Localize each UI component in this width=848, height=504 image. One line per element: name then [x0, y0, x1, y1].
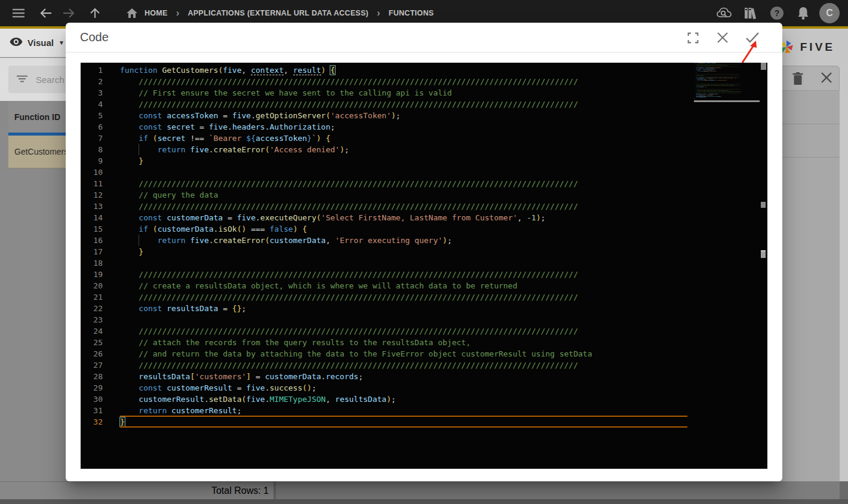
brand-logo: FIVE	[779, 39, 835, 55]
code-line: 11 /////////////////////////////////////…	[81, 178, 760, 189]
line-number: 22	[81, 303, 103, 314]
code-line: 13 /////////////////////////////////////…	[81, 201, 760, 212]
code-line: 17 }	[81, 246, 760, 257]
line-number: 8	[81, 144, 103, 155]
code-line: 3 // First ensure the secret we have sen…	[81, 87, 760, 99]
line-number: 19	[81, 269, 103, 280]
library-books-icon[interactable]	[741, 3, 761, 23]
code-line: 20 // create a resultsData object, which…	[81, 280, 760, 291]
column-header-label: Function ID	[14, 112, 60, 122]
line-number: 6	[81, 121, 103, 133]
line-number: 17	[81, 246, 103, 257]
code-line: 2 //////////////////////////////////////…	[81, 76, 760, 87]
breadcrumb-separator: ›	[377, 7, 380, 19]
notifications-bell-icon[interactable]	[793, 3, 813, 23]
code-dialog: Code 1function GetCustomers(five, contex…	[66, 23, 782, 481]
indent-guide	[139, 144, 139, 155]
code-line: 9 }	[81, 155, 760, 167]
line-number: 31	[81, 405, 103, 416]
line-number: 29	[81, 382, 103, 394]
form-footer	[276, 481, 840, 499]
brand-wordmark: FIVE	[800, 41, 835, 54]
code-line: 22 const resultsData = {};	[81, 303, 760, 314]
line-number: 23	[81, 314, 103, 325]
user-avatar[interactable]: C	[819, 3, 840, 23]
eye-icon	[10, 38, 23, 48]
line-number: 32	[81, 416, 103, 428]
line-number: 15	[81, 223, 103, 235]
line-number: 5	[81, 110, 103, 121]
code-line: 10	[81, 167, 760, 178]
scrollbar-marker	[761, 250, 766, 258]
home-icon[interactable]	[122, 3, 142, 23]
line-number: 26	[81, 348, 103, 359]
forward-arrow-icon[interactable]	[59, 3, 79, 23]
code-line: 12 // query the data	[81, 189, 760, 201]
code-line: 6 const secret = five.headers.Authorizat…	[81, 121, 760, 133]
line-number: 27	[81, 359, 103, 371]
code-line: 16 return five.createError(customerData,…	[81, 235, 760, 246]
indent-guide	[139, 235, 139, 246]
dialog-header: Code	[66, 23, 782, 53]
breadcrumb-separator: ›	[176, 7, 180, 19]
code-line: }	[694, 98, 760, 99]
code-line: 23	[81, 314, 760, 325]
code-line: 7 if (secret !== `Bearer ${accessToken}`…	[81, 133, 760, 144]
scrollbar-marker	[761, 202, 766, 208]
code-line: 21 /////////////////////////////////////…	[81, 291, 760, 303]
dialog-title: Code	[80, 30, 109, 44]
code-line: 26 // and return the data by attaching t…	[81, 348, 760, 359]
line-number: 21	[81, 291, 103, 303]
code-line: 5 const accessToken = five.getOptionServ…	[81, 110, 760, 121]
code-line: 27 /////////////////////////////////////…	[81, 359, 760, 371]
cloud-search-icon[interactable]	[714, 3, 735, 23]
breadcrumb-functions[interactable]: FUNCTIONS	[389, 9, 434, 17]
save-check-icon[interactable]	[745, 30, 760, 45]
code-line: 25 // attach the records from the query …	[81, 337, 760, 348]
minimap-current-line	[694, 100, 760, 102]
fullscreen-icon[interactable]	[686, 30, 700, 45]
code-line: 1function GetCustomers(five, context, re…	[81, 64, 760, 76]
filter-icon	[17, 74, 27, 85]
delete-icon[interactable]	[792, 72, 803, 87]
scrollbar-thumb[interactable]	[761, 63, 766, 70]
code-line: 31 return customerResult;	[81, 405, 760, 416]
code-line: 8 return five.createError('Access denied…	[81, 144, 760, 155]
code-content[interactable]: 1function GetCustomers(five, context, re…	[81, 64, 760, 428]
code-line: 18	[81, 257, 760, 269]
page-bottom-strip	[0, 499, 848, 504]
code-line: 29 const customerResult = five.success()…	[81, 382, 760, 394]
line-number: 25	[81, 337, 103, 348]
breadcrumb-applications[interactable]: APPLICATIONS (EXTERNAL URL DATA ACCESS)	[188, 9, 368, 17]
total-rows-label: Total Rows: 1	[211, 485, 269, 496]
line-number: 11	[81, 178, 103, 189]
code-line: 14 const customerData = five.executeQuer…	[81, 212, 760, 223]
avatar-initial: C	[826, 8, 833, 19]
line-number: 30	[81, 394, 103, 405]
line-number: 28	[81, 371, 103, 382]
close-form-icon[interactable]	[821, 72, 832, 85]
svg-text:?: ?	[775, 8, 780, 18]
view-selector[interactable]: Visual	[27, 38, 54, 48]
code-editor[interactable]: 1function GetCustomers(five, context, re…	[81, 63, 767, 469]
line-number: 18	[81, 257, 103, 269]
minimap[interactable]: function GetCustomers(five, context, res…	[694, 63, 760, 128]
line-number: 2	[81, 76, 103, 87]
help-icon[interactable]: ?	[767, 3, 787, 23]
page-margin	[840, 481, 848, 499]
up-arrow-icon[interactable]	[85, 3, 105, 23]
line-number: 1	[81, 64, 103, 76]
line-number: 4	[81, 99, 103, 110]
close-icon[interactable]	[715, 30, 730, 45]
code-line: 4 //////////////////////////////////////…	[81, 99, 760, 110]
breadcrumb-home[interactable]: HOME	[145, 9, 168, 17]
back-arrow-icon[interactable]	[36, 3, 56, 23]
code-line: 15 if (customerData.isOk() === false) {	[81, 223, 760, 235]
menu-icon[interactable]	[8, 3, 29, 23]
line-number: 13	[81, 201, 103, 212]
code-line: 24 /////////////////////////////////////…	[81, 325, 760, 337]
code-line: 28 resultsData['customers'] = customerDa…	[81, 371, 760, 382]
chevron-down-icon[interactable]: ▼	[59, 39, 64, 46]
code-line: 32}	[81, 416, 760, 428]
code-line: 19 /////////////////////////////////////…	[81, 269, 760, 280]
